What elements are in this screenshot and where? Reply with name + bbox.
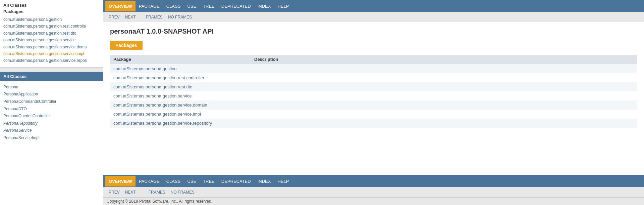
page-title: personaAT 1.0.0-SNAPSHOT API — [110, 28, 637, 35]
main-content: OVERVIEWPACKAGECLASSUSETREEDEPRECATEDIND… — [103, 0, 644, 205]
bottom-nav-item-overview[interactable]: OVERVIEW — [105, 176, 136, 187]
next-link[interactable]: NEXT — [122, 13, 139, 21]
package-link[interactable]: com.atSistemas.persona.gestion.service — [113, 93, 192, 98]
packages-table-body: com.atSistemas.persona.gestioncom.atSist… — [110, 64, 637, 128]
sidebar-package-link[interactable]: com.atSistemas.persona.gestion.service.r… — [3, 57, 100, 64]
sidebar-class-link[interactable]: PersonaApplication — [3, 91, 100, 98]
sidebar-package-link[interactable]: com.atSistemas.persona.gestion.rest.dto — [3, 30, 100, 37]
sidebar-package-list: com.atSistemas.persona.gestioncom.atSist… — [3, 16, 100, 64]
nav-item-overview[interactable]: OVERVIEW — [105, 1, 136, 11]
package-description — [251, 110, 637, 119]
package-link[interactable]: com.atSistemas.persona.gestion.rest.cont… — [113, 75, 204, 80]
sidebar-class-link[interactable]: Persona — [3, 84, 100, 91]
sidebar-top-title: All Classes — [3, 3, 100, 8]
table-row: com.atSistemas.persona.gestion.service — [110, 91, 637, 100]
sidebar-class-link[interactable]: PersonaServiceImpl — [3, 134, 100, 142]
sidebar-package-link[interactable]: com.atSistemas.persona.gestion.service.d… — [3, 44, 100, 50]
prev-link[interactable]: PREV — [106, 13, 122, 21]
bottom-nav-item-tree[interactable]: TREE — [200, 176, 218, 187]
sidebar-class-link[interactable]: PersonaQueriesController — [3, 113, 100, 120]
package-description — [251, 82, 637, 91]
package-link[interactable]: com.atSistemas.persona.gestion — [113, 66, 177, 71]
bottom-nav-item-deprecated[interactable]: DEPRECATED — [218, 176, 254, 187]
bottom-nav-item-package[interactable]: PACKAGE — [136, 176, 163, 187]
bottom-nav-item-class[interactable]: CLASS — [163, 176, 184, 187]
table-row: com.atSistemas.persona.gestion — [110, 64, 637, 74]
top-nav-links: OVERVIEWPACKAGECLASSUSETREEDEPRECATEDIND… — [105, 1, 292, 11]
col-package-header: Package — [110, 55, 251, 64]
package-description — [251, 100, 637, 110]
package-description — [251, 91, 637, 100]
col-description-header: Description — [251, 55, 637, 64]
package-description — [251, 64, 637, 74]
bottom-next-link[interactable]: NEXT — [122, 189, 139, 196]
nav-item-index[interactable]: INDEX — [254, 1, 274, 11]
table-row: com.atSistemas.persona.gestion.rest.cont… — [110, 73, 637, 82]
package-link[interactable]: com.atSistemas.persona.gestion.service.r… — [113, 121, 212, 126]
bottom-nav-bar: OVERVIEWPACKAGECLASSUSETREEDEPRECATEDIND… — [103, 175, 644, 187]
sidebar: All Classes Packages com.atSistemas.pers… — [0, 0, 103, 205]
sidebar-class-link[interactable]: PersonaCommandsController — [3, 98, 100, 106]
bottom-nav-item-use[interactable]: USE — [184, 176, 200, 187]
nav-item-deprecated[interactable]: DEPRECATED — [218, 1, 254, 11]
top-sub-nav: PREV NEXT FRAMES NO FRAMES — [103, 12, 644, 22]
nav-item-class[interactable]: CLASS — [163, 1, 184, 11]
sidebar-class-list: PersonaPersonaApplicationPersonaCommands… — [3, 84, 100, 142]
package-link[interactable]: com.atSistemas.persona.gestion.service.d… — [113, 102, 207, 108]
no-frames-link[interactable]: NO FRAMES — [165, 13, 195, 21]
sidebar-packages-section: All Classes Packages com.atSistemas.pers… — [0, 0, 103, 67]
package-link[interactable]: com.atSistemas.persona.gestion.rest.dto — [113, 84, 193, 89]
page-content: personaAT 1.0.0-SNAPSHOT API Packages Pa… — [103, 22, 644, 175]
nav-item-tree[interactable]: TREE — [200, 1, 218, 11]
sidebar-packages-heading: Packages — [3, 9, 100, 14]
table-row: com.atSistemas.persona.gestion.service.d… — [110, 100, 637, 110]
sidebar-package-link[interactable]: com.atSistemas.persona.gestion.rest.cont… — [3, 23, 100, 30]
bottom-no-frames-link[interactable]: NO FRAMES — [168, 189, 197, 196]
copyright-bar: Copyright © 2018 Pivotal Software, Inc..… — [103, 197, 644, 205]
package-link[interactable]: com.atSistemas.persona.gestion.service.i… — [113, 112, 201, 117]
table-row: com.atSistemas.persona.gestion.rest.dto — [110, 82, 637, 91]
sidebar-package-link[interactable]: com.atSistemas.persona.gestion.service — [3, 37, 100, 43]
nav-item-package[interactable]: PACKAGE — [136, 1, 163, 11]
sidebar-classes-section: All Classes PersonaPersonaApplicationPer… — [0, 72, 103, 205]
sidebar-classes-header: All Classes — [0, 72, 103, 81]
nav-item-help[interactable]: HELP — [274, 1, 292, 11]
packages-table: Package Description com.atSistemas.perso… — [110, 55, 637, 128]
sidebar-scrollbar[interactable] — [0, 67, 103, 72]
table-row: com.atSistemas.persona.gestion.service.i… — [110, 110, 637, 119]
copyright-text: Copyright © 2018 Pivotal Software, Inc..… — [107, 199, 212, 204]
sidebar-class-link[interactable]: PersonaService — [3, 127, 100, 134]
bottom-prev-link[interactable]: PREV — [106, 189, 122, 196]
table-row: com.atSistemas.persona.gestion.service.r… — [110, 119, 637, 128]
packages-button[interactable]: Packages — [110, 41, 143, 50]
package-description — [251, 73, 637, 82]
top-nav-bar: OVERVIEWPACKAGECLASSUSETREEDEPRECATEDIND… — [103, 0, 644, 12]
frames-link[interactable]: FRAMES — [143, 13, 165, 21]
nav-item-use[interactable]: USE — [184, 1, 200, 11]
sidebar-class-link[interactable]: PersonaRepository — [3, 120, 100, 127]
sidebar-package-link[interactable]: com.atSistemas.persona.gestion — [3, 16, 100, 23]
bottom-nav-links: OVERVIEWPACKAGECLASSUSETREEDEPRECATEDIND… — [105, 176, 292, 187]
bottom-nav-item-help[interactable]: HELP — [274, 176, 292, 187]
bottom-nav-item-index[interactable]: INDEX — [254, 176, 274, 187]
bottom-frames-link[interactable]: FRAMES — [146, 189, 168, 196]
package-description — [251, 119, 637, 128]
sidebar-package-link[interactable]: com.atSistemas.persona.gestion.service.i… — [3, 50, 100, 57]
bottom-sub-nav: PREV NEXT FRAMES NO FRAMES — [103, 187, 644, 197]
sidebar-class-link[interactable]: PersonaDTO — [3, 106, 100, 113]
